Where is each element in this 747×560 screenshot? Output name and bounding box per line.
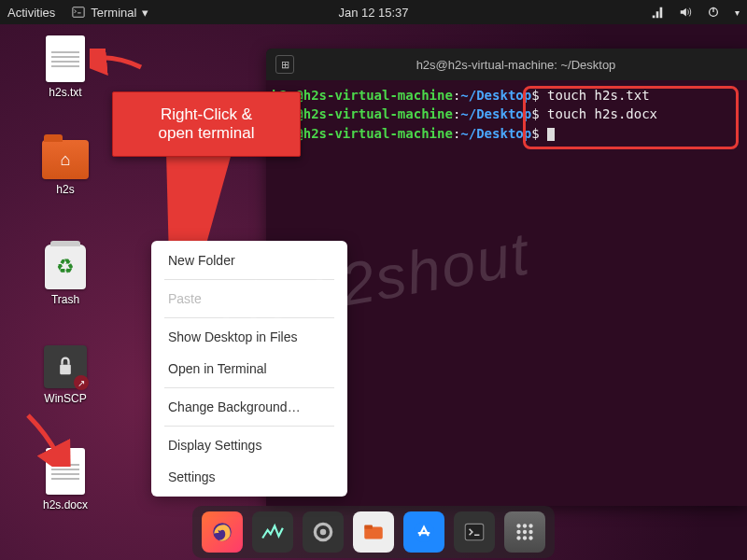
dock-system-monitor[interactable] — [252, 511, 293, 553]
top-bar: Activities Terminal ▾ Jan 12 15:37 ▾ — [0, 0, 747, 24]
svg-rect-3 — [60, 365, 71, 375]
shortcut-badge-icon: ↗ — [74, 375, 89, 390]
svg-point-18 — [523, 536, 527, 539]
menu-open-terminal[interactable]: Open in Terminal — [151, 353, 347, 385]
cursor-icon — [547, 128, 555, 141]
svg-point-6 — [320, 529, 327, 536]
svg-point-14 — [516, 530, 520, 534]
power-icon[interactable] — [707, 6, 720, 19]
files-icon — [361, 520, 386, 544]
menu-display-settings[interactable]: Display Settings — [151, 429, 347, 461]
network-icon[interactable] — [651, 6, 664, 19]
annotation-arrow — [19, 411, 75, 467]
dock-show-apps[interactable] — [504, 511, 545, 553]
dock-files[interactable] — [353, 511, 394, 553]
chevron-down-icon[interactable]: ▾ — [735, 7, 740, 18]
new-tab-button[interactable]: ⊞ — [275, 55, 294, 74]
app-menu-terminal[interactable]: Terminal ▾ — [72, 6, 148, 20]
dock-firefox[interactable] — [202, 511, 243, 553]
desktop-context-menu: New Folder Paste Show Desktop in Files O… — [151, 241, 347, 497]
recycle-icon: ♻ — [56, 255, 75, 279]
callout-line: open terminal — [124, 124, 289, 143]
dock-terminal[interactable] — [454, 511, 495, 553]
menu-new-folder[interactable]: New Folder — [151, 245, 347, 276]
svg-point-17 — [516, 536, 520, 539]
activities-button[interactable]: Activities — [7, 6, 55, 20]
svg-rect-0 — [73, 7, 84, 18]
menu-separator — [164, 426, 334, 427]
menu-separator — [164, 387, 334, 388]
svg-rect-10 — [465, 524, 484, 539]
icon-label: WinSCP — [44, 392, 86, 405]
menu-change-background[interactable]: Change Background… — [151, 391, 347, 423]
firefox-icon — [210, 520, 234, 544]
icon-label: Trash — [51, 293, 79, 306]
menu-paste: Paste — [151, 283, 347, 315]
apps-grid-icon — [513, 520, 537, 544]
appstore-icon — [412, 520, 436, 544]
home-folder-icon: ⌂ — [42, 140, 89, 179]
menu-separator — [164, 279, 334, 280]
menu-separator — [164, 317, 334, 318]
svg-point-11 — [516, 524, 520, 527]
winscp-icon: ↗ — [44, 345, 87, 388]
app-menu-label: Terminal — [91, 6, 136, 20]
clock[interactable]: Jan 12 15:37 — [338, 6, 408, 20]
svg-point-12 — [523, 524, 527, 527]
dock-settings[interactable] — [303, 511, 344, 553]
desktop-icon-trash[interactable]: ♻ Trash — [26, 245, 105, 306]
terminal-body[interactable]: h2s@h2s-virtual-machine:~/Desktop$ touch… — [266, 80, 747, 148]
desktop-icon-winscp[interactable]: ↗ WinSCP — [26, 345, 105, 405]
annotation-arrow — [90, 49, 146, 77]
trash-icon: ♻ — [45, 245, 86, 289]
icon-label: h2s.docx — [43, 498, 88, 511]
callout-line: Right-Click & — [124, 105, 289, 124]
desktop-icon-home[interactable]: ⌂ h2s — [26, 140, 105, 196]
menu-settings[interactable]: Settings — [151, 461, 347, 493]
chevron-down-icon: ▾ — [142, 6, 148, 20]
svg-point-16 — [529, 530, 532, 534]
terminal-titlebar[interactable]: ⊞ h2s@h2s-virtual-machine: ~/Desktop — [266, 49, 747, 80]
monitor-icon — [261, 520, 285, 544]
dock — [192, 506, 555, 558]
home-glyph-icon: ⌂ — [61, 150, 71, 170]
dock-software[interactable] — [403, 511, 444, 553]
svg-rect-8 — [364, 525, 373, 528]
volume-icon[interactable] — [679, 6, 692, 19]
svg-point-19 — [529, 536, 532, 539]
annotation-callout: Right-Click & open terminal — [112, 91, 301, 157]
terminal-icon — [462, 520, 486, 544]
terminal-title: h2s@h2s-virtual-machine: ~/Desktop — [416, 58, 616, 72]
menu-show-in-files[interactable]: Show Desktop in Files — [151, 321, 347, 353]
svg-point-15 — [523, 530, 527, 534]
icon-label: h2s.txt — [49, 86, 81, 99]
gear-icon — [311, 520, 335, 544]
text-file-icon — [46, 35, 85, 82]
terminal-app-icon — [72, 6, 85, 19]
icon-label: h2s — [56, 183, 74, 196]
svg-point-13 — [529, 524, 532, 527]
